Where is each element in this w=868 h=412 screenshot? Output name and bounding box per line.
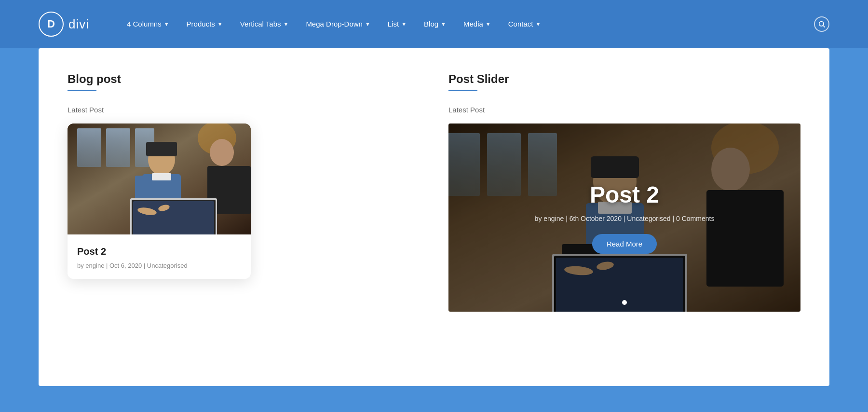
section-underline: [68, 90, 96, 91]
read-more-button[interactable]: Read More: [592, 234, 657, 254]
svg-rect-12: [146, 142, 177, 156]
chevron-down-icon: ▼: [283, 0, 288, 48]
svg-rect-10: [152, 173, 171, 180]
blog-card-body: Post 2 by engine | Oct 6, 2020 | Uncateg…: [68, 234, 251, 279]
chevron-down-icon: ▼: [164, 0, 169, 48]
blog-card-image: [68, 124, 251, 234]
nav-item-contact[interactable]: Contact ▼: [500, 0, 550, 48]
nav-item-products[interactable]: Products ▼: [178, 0, 231, 48]
latest-post-label-right: Latest Post: [448, 106, 800, 114]
svg-rect-4: [106, 128, 130, 167]
blog-post-title: Blog post: [68, 72, 420, 86]
main-content: Blog post Latest Post: [39, 48, 829, 386]
main-nav: 4 Columns ▼ Products ▼ Vertical Tabs ▼ M…: [118, 0, 814, 48]
post-slider-title: Post Slider: [448, 72, 800, 86]
chevron-down-icon: ▼: [217, 0, 223, 48]
nav-item-mega-dropdown[interactable]: Mega Drop-Down ▼: [297, 0, 379, 48]
blog-card-meta: by engine | Oct 6, 2020 | Uncategorised: [77, 262, 241, 269]
logo-name: divi: [68, 17, 89, 32]
blog-post-section: Blog post Latest Post: [68, 72, 420, 362]
search-button[interactable]: [814, 16, 829, 32]
chevron-down-icon: ▼: [441, 0, 446, 48]
header: D divi 4 Columns ▼ Products ▼ Vertical T…: [0, 0, 868, 48]
blog-card-post-title: Post 2: [77, 246, 241, 257]
latest-post-label: Latest Post: [68, 106, 420, 114]
nav-item-list[interactable]: List ▼: [379, 0, 415, 48]
svg-line-1: [823, 26, 825, 27]
svg-point-0: [819, 22, 824, 26]
slider-dot-1[interactable]: [622, 300, 627, 305]
chevron-down-icon: ▼: [535, 0, 541, 48]
page-background: Blog post Latest Post: [0, 48, 868, 412]
slider-content: Post 2 by engine | 6th October 2020 | Un…: [484, 181, 765, 254]
nav-item-blog[interactable]: Blog ▼: [415, 0, 455, 48]
logo-icon: D: [39, 12, 64, 37]
nav-item-vertical-tabs[interactable]: Vertical Tabs ▼: [231, 0, 298, 48]
nav-item-4columns[interactable]: 4 Columns ▼: [118, 0, 178, 48]
slider-meta: by engine | 6th October 2020 | Uncategor…: [484, 215, 765, 222]
section-underline-right: [448, 90, 477, 91]
logo-area[interactable]: D divi: [39, 12, 89, 37]
chevron-down-icon: ▼: [401, 0, 407, 48]
blog-card[interactable]: Post 2 by engine | Oct 6, 2020 | Uncateg…: [68, 124, 251, 279]
chevron-down-icon: ▼: [486, 0, 491, 48]
slider-container: Post 2 by engine | 6th October 2020 | Un…: [448, 124, 800, 312]
slider-post-title: Post 2: [484, 181, 765, 208]
chevron-down-icon: ▼: [365, 0, 370, 48]
svg-rect-18: [133, 201, 214, 234]
svg-rect-3: [77, 128, 101, 167]
nav-item-media[interactable]: Media ▼: [455, 0, 500, 48]
svg-point-13: [210, 139, 234, 166]
slider-dots: [622, 300, 627, 305]
post-slider-section: Post Slider Latest Post: [448, 72, 800, 362]
